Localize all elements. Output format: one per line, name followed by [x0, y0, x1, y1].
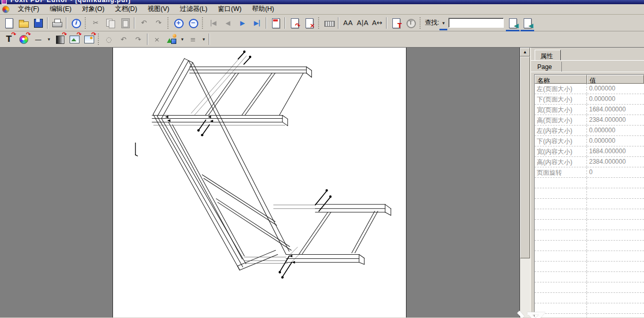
select-object-button[interactable]: ◌: [102, 32, 116, 46]
property-value[interactable]: 2384.000000: [587, 157, 644, 167]
cut-button[interactable]: ✂: [89, 16, 103, 30]
text-circle-icon: T: [404, 17, 417, 29]
table-row-empty: [535, 251, 644, 262]
char-scale-button[interactable]: A↔: [370, 16, 384, 30]
rotate-object-left-button[interactable]: ↶: [117, 32, 130, 46]
property-value[interactable]: [587, 251, 644, 261]
menu-item-7[interactable]: 帮助(H): [247, 4, 279, 15]
copy-button[interactable]: [104, 16, 117, 30]
pdf-page[interactable]: [112, 48, 406, 317]
page-layout-button[interactable]: [269, 16, 283, 30]
find-dropdown[interactable]: ▾: [440, 18, 447, 28]
toolbar-grip[interactable]: [167, 17, 170, 29]
prev-page-button[interactable]: ◀: [221, 16, 234, 30]
keyboard-button[interactable]: [322, 16, 336, 30]
tab-properties[interactable]: 属性: [535, 50, 561, 61]
property-value[interactable]: [587, 230, 644, 240]
find-next-button[interactable]: ◀: [506, 16, 519, 30]
property-value[interactable]: 2384.000000: [587, 115, 644, 125]
property-value[interactable]: [587, 220, 644, 230]
add-text-button[interactable]: T: [389, 16, 403, 30]
property-value[interactable]: 0: [587, 167, 644, 177]
zoom-out-button[interactable]: −: [186, 16, 200, 30]
undo-button[interactable]: ↶: [137, 16, 151, 30]
property-value[interactable]: [587, 178, 644, 188]
tab-page[interactable]: Page: [535, 62, 562, 72]
shapes-dropdown[interactable]: ▾: [179, 34, 186, 44]
line-style-dropdown[interactable]: ▾: [46, 34, 52, 44]
paste-button[interactable]: [118, 16, 132, 30]
property-value[interactable]: [587, 293, 644, 303]
new-document-button[interactable]: [2, 16, 16, 30]
delete-object-button[interactable]: ×: [150, 32, 164, 46]
fill-tool-button[interactable]: ↷: [53, 32, 66, 46]
toolbar-grip[interactable]: [84, 17, 87, 29]
property-value[interactable]: [587, 188, 644, 198]
property-value[interactable]: 1684.000000: [587, 146, 644, 156]
first-page-button[interactable]: |◀: [206, 16, 220, 30]
menu-item-6[interactable]: 窗口(W): [213, 4, 247, 15]
property-value[interactable]: 0.000000: [587, 94, 644, 104]
toolbar-grip[interactable]: [318, 17, 320, 29]
menu-item-5[interactable]: 过滤器(L): [175, 4, 213, 15]
window-title: Foxit PDF Editor - [qunfkuang.pdf]: [10, 0, 131, 4]
shapes-tool-button[interactable]: [165, 32, 178, 46]
text-circle-button[interactable]: T: [404, 16, 417, 30]
edit-text-tool-button[interactable]: T↷: [2, 32, 16, 46]
edit-color-tool-icon: ↷: [17, 33, 30, 46]
table-row-empty: [535, 178, 644, 188]
align-tool-button[interactable]: ≡: [186, 32, 200, 46]
toolbar-grip[interactable]: [419, 17, 422, 29]
scrollbar-thumb[interactable]: [520, 56, 530, 258]
property-value[interactable]: [587, 282, 644, 292]
zoom-in-icon: +: [172, 17, 185, 29]
rotate-object-right-button[interactable]: ↷: [131, 32, 145, 46]
redo-button[interactable]: ↷: [152, 16, 165, 30]
property-value[interactable]: [587, 262, 644, 271]
menu-item-4[interactable]: 视图(V): [142, 4, 175, 15]
scroll-up-button[interactable]: ▲: [520, 48, 530, 56]
zoom-in-button[interactable]: +: [172, 16, 185, 30]
menu-item-3[interactable]: 文档(D): [110, 4, 142, 15]
property-value[interactable]: [587, 272, 644, 282]
property-value[interactable]: 1684.000000: [587, 105, 644, 115]
property-value[interactable]: [587, 314, 644, 317]
column-header[interactable]: 值: [587, 75, 644, 84]
property-value[interactable]: [587, 209, 644, 219]
property-value[interactable]: [587, 303, 644, 313]
line-style-button[interactable]: —: [31, 32, 45, 46]
delete-page-button[interactable]: ×: [302, 16, 316, 30]
print-icon: [51, 17, 63, 29]
property-value[interactable]: 0.000000: [587, 84, 644, 94]
char-spacing-button[interactable]: A|A: [356, 16, 369, 30]
menu-item-0[interactable]: 文件(F): [13, 4, 44, 15]
property-name: [535, 241, 587, 251]
property-value[interactable]: 0.000000: [587, 126, 644, 135]
column-header[interactable]: 名称: [535, 75, 587, 84]
property-value[interactable]: [587, 241, 644, 251]
edit-color-tool-button[interactable]: ↷: [17, 32, 30, 46]
rotate-page-button[interactable]: ↷: [288, 16, 301, 30]
property-value[interactable]: 0.000000: [587, 136, 644, 146]
vertical-scrollbar[interactable]: ▲: [519, 48, 530, 317]
next-page-button[interactable]: ▶: [235, 16, 249, 30]
find-all-button[interactable]: ◀: [521, 16, 534, 30]
property-name: 宽(页面大小): [535, 105, 587, 115]
last-page-button[interactable]: ▶|: [250, 16, 264, 30]
open-button[interactable]: [17, 16, 30, 30]
property-value[interactable]: [587, 199, 644, 209]
edit-image-tool-button[interactable]: ↷: [67, 32, 81, 46]
font-properties-button[interactable]: AA: [341, 16, 355, 30]
print-button[interactable]: [50, 16, 64, 30]
info-button[interactable]: i: [69, 16, 83, 30]
toolbar-grip[interactable]: [97, 33, 100, 45]
align-dropdown[interactable]: ▾: [200, 34, 207, 44]
toolbar-grip[interactable]: [201, 17, 204, 29]
find-input[interactable]: [448, 18, 504, 28]
menu-item-1[interactable]: 编辑(E): [44, 4, 77, 15]
next-page-icon: ▶: [236, 17, 248, 29]
insert-image-tool-button[interactable]: ↷: [82, 32, 96, 46]
char-spacing-icon: A|A: [356, 17, 369, 29]
save-button[interactable]: [31, 16, 45, 30]
menu-item-2[interactable]: 对象(O): [77, 4, 110, 15]
